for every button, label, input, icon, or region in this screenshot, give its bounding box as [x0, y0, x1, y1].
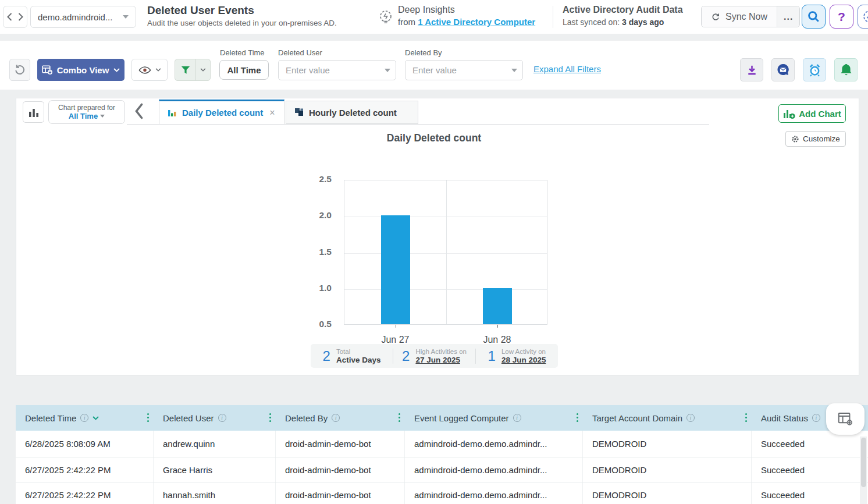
info-icon[interactable]: i: [686, 414, 695, 422]
last-synced: Last synced on: 3 days ago: [563, 17, 683, 27]
stat-active-days: 2 TotalActive Days: [311, 348, 393, 364]
back-icon[interactable]: [7, 13, 12, 21]
app-header: demo.admindroid... Deleted User Events A…: [0, 0, 868, 34]
column-menu-icon[interactable]: [577, 413, 578, 415]
table-cell: DEMODROID: [583, 482, 752, 504]
filter-label-deleted-user: Deleted User: [278, 48, 322, 57]
chevron-left-icon: [134, 103, 143, 119]
chevron-down-icon[interactable]: [511, 69, 517, 72]
ad-computer-link[interactable]: 1 Active Directory Computer: [418, 17, 535, 27]
y-axis-labels: 2.52.01.51.00.5: [307, 180, 337, 325]
schedule-button[interactable]: [803, 58, 826, 81]
column-menu-icon[interactable]: [147, 413, 149, 415]
table-cell: 6/27/2025 2:42:22 PM: [16, 482, 154, 504]
deleted-by-input[interactable]: [405, 60, 523, 80]
column-visibility-button[interactable]: [131, 59, 168, 81]
workspace-dropdown[interactable]: demo.admindroid...: [30, 6, 136, 28]
table-row[interactable]: 6/27/2025 2:42:22 PMhannah.smithdroid-ad…: [16, 482, 868, 504]
divider-strip: [0, 34, 868, 41]
column-settings-button[interactable]: [826, 403, 865, 435]
deleted-user-input[interactable]: [278, 60, 396, 80]
deleted-time-filter[interactable]: All Time: [219, 60, 269, 80]
tab-hourly-deleted-count[interactable]: Hourly Deleted count: [286, 101, 418, 124]
alerts-button[interactable]: [834, 58, 858, 81]
history-nav: [3, 6, 27, 28]
events-table: Deleted Time i Deleted User i Deleted By…: [16, 405, 868, 504]
table-settings-icon: [837, 410, 854, 428]
tasks-button[interactable]: [858, 5, 868, 29]
chart-prepared-for-dropdown[interactable]: Chart prepared for All Time: [48, 100, 125, 124]
chart-list-button[interactable]: [23, 101, 44, 123]
download-button[interactable]: [740, 58, 763, 81]
column-header-event-logged-computer[interactable]: Event Logged Computer i: [405, 405, 583, 431]
collapse-panel-chevron[interactable]: [134, 103, 143, 122]
stat-low-activity: 1 Low Activity on28 Jun 2025: [476, 348, 558, 364]
page-title: Deleted User Events: [147, 4, 254, 17]
high-activity-date-link[interactable]: 27 Jun 2025: [415, 356, 467, 364]
table-scrollbar[interactable]: [860, 436, 867, 504]
column-menu-icon[interactable]: [745, 413, 747, 415]
funnel-icon[interactable]: [175, 59, 196, 80]
restore-icon: [14, 64, 26, 76]
eye-icon: [138, 66, 151, 74]
table-cell: andrew.quinn: [154, 431, 276, 457]
info-icon[interactable]: i: [812, 414, 820, 422]
info-icon[interactable]: i: [80, 414, 88, 422]
filter-button[interactable]: [175, 59, 211, 81]
table-cell: admindroid-demo.demo.admindr...: [405, 482, 583, 504]
forward-icon[interactable]: [18, 13, 23, 21]
close-tab-icon[interactable]: ×: [269, 108, 275, 118]
y-tick-label: 0.5: [319, 319, 332, 329]
chart-plot-area: Jun 27Jun 28: [344, 180, 547, 325]
feedback-button[interactable]: [771, 58, 795, 81]
add-chart-icon: [783, 108, 795, 119]
column-header-deleted-by[interactable]: Deleted By i: [276, 405, 405, 431]
info-icon[interactable]: i: [332, 414, 340, 422]
column-menu-icon[interactable]: [399, 413, 400, 415]
tab-daily-deleted-count[interactable]: Daily Deleted count ×: [159, 100, 284, 124]
chevron-down-icon[interactable]: [385, 69, 390, 72]
table-cell: DEMODROID: [583, 457, 752, 482]
info-icon[interactable]: i: [513, 414, 521, 422]
combo-view-button[interactable]: Combo View: [37, 59, 124, 81]
table-cell: droid-admin-demo-bot: [276, 431, 405, 457]
table-header-row: Deleted Time i Deleted User i Deleted By…: [16, 405, 868, 431]
scrollbar-thumb[interactable]: [861, 438, 866, 487]
column-menu-icon[interactable]: [269, 413, 271, 415]
filter-label-deleted-time: Deleted Time: [220, 48, 265, 57]
chat-message-icon: [776, 63, 790, 77]
info-icon[interactable]: i: [218, 414, 226, 422]
reset-view-button[interactable]: [9, 59, 30, 81]
table-row[interactable]: 6/27/2025 2:42:22 PMGrace Harrisdroid-ad…: [16, 457, 868, 482]
help-button[interactable]: ?: [830, 5, 853, 29]
filter-chevron[interactable]: [196, 59, 210, 80]
bar-Jun 27[interactable]: [381, 215, 410, 324]
expand-all-filters-link[interactable]: Expand All Filters: [533, 64, 601, 74]
header-divider: [553, 6, 553, 28]
chevron-down-icon: [113, 68, 120, 72]
page-subtitle: Audit the user objects deleted in your o…: [147, 19, 337, 27]
column-header-deleted-user[interactable]: Deleted User i: [154, 405, 276, 431]
prepared-for-label: Chart prepared for: [58, 104, 115, 112]
add-chart-button[interactable]: Add Chart: [778, 104, 846, 123]
customize-button[interactable]: Customize: [785, 131, 846, 147]
table-cell: admindroid-demo.demo.admindr...: [405, 431, 583, 457]
bar-Jun 28[interactable]: [483, 288, 512, 324]
daily-chart-icon: [168, 108, 177, 118]
low-activity-date-link[interactable]: 28 Jun 2025: [501, 356, 546, 364]
y-tick-label: 2.0: [319, 210, 332, 221]
refresh-icon: [711, 12, 720, 22]
column-header-target-account-domain[interactable]: Target Account Domain i: [583, 405, 752, 431]
sync-more-button[interactable]: ...: [777, 6, 799, 27]
chart-panel: Chart prepared for All Time Daily Delete…: [16, 98, 859, 375]
search-icon: [807, 10, 820, 23]
sync-now-button[interactable]: Sync Now: [702, 6, 777, 27]
sort-desc-icon[interactable]: [93, 416, 99, 420]
table-body: 6/28/2025 8:08:09 AMandrew.quinndroid-ad…: [16, 431, 868, 504]
search-button[interactable]: [802, 5, 826, 29]
filter-label-deleted-by: Deleted By: [405, 48, 442, 57]
column-header-deleted-time[interactable]: Deleted Time i: [16, 405, 154, 431]
hourly-chart-icon: [294, 108, 304, 117]
sync-button-group: Sync Now ...: [701, 6, 800, 27]
table-row[interactable]: 6/28/2025 8:08:09 AMandrew.quinndroid-ad…: [16, 431, 868, 457]
